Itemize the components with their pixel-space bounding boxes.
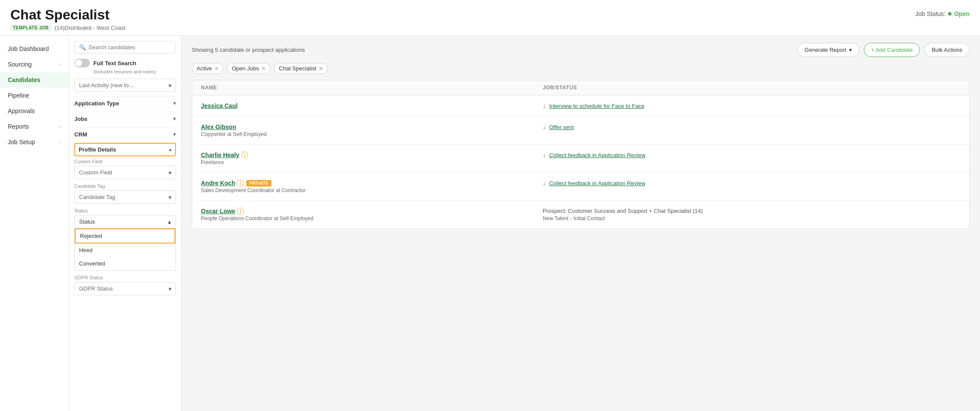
candidate-name-charlie[interactable]: Charlie Healy — [201, 152, 239, 158]
bulk-actions-button[interactable]: Bulk Actions — [924, 43, 970, 57]
page-header: Chat Specialist TEMPLATE JOB (14)Distrib… — [0, 0, 980, 36]
sidebar-item-candidates[interactable]: Candidates — [0, 72, 69, 88]
filter-tag-active: Active ✕ — [192, 63, 223, 74]
status-sublabel: Status — [74, 208, 176, 213]
page-subtitle: (14)Distributed - West Coast — [54, 25, 125, 31]
application-type-section[interactable]: Application Type ▾ — [74, 96, 176, 110]
template-badge: TEMPLATE JOB — [10, 25, 51, 31]
table-row: Jessica Caul ↓ Interview to schedule for… — [192, 95, 969, 117]
filter-tag-chat-specialist-close[interactable]: ✕ — [319, 66, 323, 72]
candidate-status-alex[interactable]: Offer sent — [549, 124, 574, 130]
candidates-table: Name Job/Status Jessica Caul ↓ Interview… — [192, 80, 970, 229]
chevron-right-icon-job-setup: › — [59, 139, 61, 145]
status-arrow-icon: ↓ — [543, 102, 546, 109]
nav-label-sourcing: Sourcing — [8, 61, 32, 68]
chevron-up-icon-profile: ▴ — [169, 147, 172, 152]
filter-tag-active-label: Active — [197, 65, 212, 72]
left-nav: Job Dashboard Sourcing › Candidates Pipe… — [0, 36, 69, 411]
info-icon-oscar[interactable]: i — [237, 208, 244, 215]
search-icon: 🔍 — [79, 44, 86, 51]
candidate-status-col-3: ↓ Collect feedback in Application Review — [543, 152, 961, 158]
sidebar-item-job-dashboard[interactable]: Job Dashboard — [0, 41, 69, 57]
main-content: Showing 5 candidate or prospect applicat… — [181, 36, 980, 411]
info-icon-charlie[interactable]: i — [241, 152, 248, 158]
status-option-rejected[interactable]: Rejected — [75, 228, 175, 243]
candidate-name-col-5: Oscar Lowe i People Operations Coordinat… — [201, 208, 543, 221]
private-badge-andre: PRIVATE — [246, 180, 271, 187]
status-current-value: Status — [79, 218, 95, 225]
sort-select[interactable]: Last Activity (new to ... — [74, 79, 176, 92]
candidate-name-col-4: Andre Koch i PRIVATE Sales Development C… — [201, 180, 543, 193]
candidate-tag-select[interactable]: Candidate Tag — [74, 190, 176, 204]
candidate-name-oscar[interactable]: Oscar Lowe — [201, 208, 235, 215]
candidate-status-charlie[interactable]: Collect feedback in Application Review — [549, 152, 646, 158]
gdpr-status-wrapper: GDPR Status ▾ — [74, 282, 176, 295]
chevron-down-icon-jobs: ▾ — [173, 116, 176, 122]
job-status: Job Status: Open — [915, 7, 970, 17]
nav-label-reports: Reports — [8, 123, 29, 130]
full-text-search-toggle[interactable] — [74, 59, 90, 67]
profile-details-label: Profile Details — [79, 146, 116, 153]
status-option-hired[interactable]: Hired — [75, 243, 175, 257]
sidebar-item-pipeline[interactable]: Pipeline — [0, 88, 69, 103]
page-meta: TEMPLATE JOB (14)Distributed - West Coas… — [10, 25, 125, 31]
search-input[interactable] — [89, 44, 171, 51]
add-candidate-label: + Add Candidate — [871, 47, 913, 53]
toggle-knob — [75, 60, 82, 66]
custom-field-select[interactable]: Custom Field — [74, 166, 176, 179]
search-box[interactable]: 🔍 — [74, 41, 176, 54]
jobs-section[interactable]: Jobs ▾ — [74, 112, 176, 126]
filter-sidebar: 🔍 Full Text Search (Includes resumes and… — [69, 36, 181, 411]
candidate-status-jessica[interactable]: Interview to schedule for Face to Face — [549, 103, 644, 109]
add-candidate-button[interactable]: + Add Candidate — [864, 43, 920, 57]
filter-tag-chat-specialist: Chat Specialist ✕ — [274, 63, 328, 74]
application-type-label: Application Type — [74, 100, 119, 107]
custom-field-sublabel: Custom Field — [74, 159, 176, 164]
header-left: Chat Specialist TEMPLATE JOB (14)Distrib… — [10, 7, 125, 31]
candidate-name-alex[interactable]: Alex Gibson — [201, 123, 236, 130]
sidebar-item-approvals[interactable]: Approvals — [0, 103, 69, 119]
generate-report-button[interactable]: Generate Report ▾ — [797, 43, 859, 57]
arrow-right-icon: › — [570, 215, 572, 221]
col-name-header: Name — [201, 85, 543, 91]
candidate-subtitle-oscar: People Operations Coordinator at Self-Em… — [201, 215, 543, 221]
table-row: Charlie Healy i Freelance ↓ Collect feed… — [192, 145, 969, 173]
candidate-name-jessica[interactable]: Jessica Caul — [201, 102, 238, 109]
filter-tag-open-jobs-close[interactable]: ✕ — [261, 66, 266, 72]
info-icon-andre[interactable]: i — [237, 180, 244, 187]
prospect-stage-2: Initial Contact — [573, 215, 605, 221]
gdpr-status-select[interactable]: GDPR Status — [74, 282, 176, 295]
candidate-subtitle-charlie: Freelance — [201, 159, 543, 165]
filter-tag-open-jobs: Open Jobs ✕ — [227, 63, 270, 74]
sort-wrapper: Last Activity (new to ... ▾ — [74, 79, 176, 92]
filter-tag-active-close[interactable]: ✕ — [214, 66, 219, 72]
crm-section[interactable]: CRM ▾ — [74, 127, 176, 141]
candidate-name-andre[interactable]: Andre Koch — [201, 180, 235, 187]
sidebar-item-job-setup[interactable]: Job Setup › — [0, 134, 69, 150]
chevron-right-icon: › — [59, 62, 61, 67]
candidate-status-col-5: Prospect: Customer Success and Support +… — [543, 208, 961, 221]
content-toolbar: Showing 5 candidate or prospect applicat… — [192, 43, 970, 57]
prospect-subtext-oscar: New Talent › Initial Contact — [543, 215, 961, 221]
chevron-down-icon-apptype: ▾ — [173, 101, 176, 106]
status-select-trigger[interactable]: Status ▴ — [74, 215, 176, 228]
sidebar-item-reports[interactable]: Reports › — [0, 119, 69, 134]
candidate-subtitle-andre: Sales Development Coordinator at Contrac… — [201, 187, 543, 193]
candidate-status-andre[interactable]: Collect feedback in Application Review — [549, 180, 646, 187]
job-status-label: Job Status: — [915, 10, 945, 17]
status-option-converted[interactable]: Converted — [75, 257, 175, 270]
status-dot — [948, 12, 951, 16]
candidate-status-col-4: ↓ Collect feedback in Application Review — [543, 180, 961, 187]
nav-label-candidates: Candidates — [8, 76, 40, 83]
jobs-label: Jobs — [74, 116, 87, 122]
candidate-name-col-2: Alex Gibson Copywriter at Self-Employed — [201, 123, 543, 137]
custom-field-wrapper: Custom Field ▾ — [74, 166, 176, 179]
prospect-text-oscar: Prospect: Customer Success and Support +… — [543, 208, 961, 214]
table-row: Oscar Lowe i People Operations Coordinat… — [192, 201, 969, 228]
nav-label-job-setup: Job Setup — [8, 139, 35, 145]
filter-tag-open-jobs-label: Open Jobs — [232, 65, 259, 72]
sidebar-item-sourcing[interactable]: Sourcing › — [0, 57, 69, 72]
chevron-up-icon-status: ▴ — [168, 218, 171, 225]
profile-details-section[interactable]: Profile Details ▴ — [74, 143, 176, 156]
filter-tag-chat-specialist-label: Chat Specialist — [279, 65, 316, 72]
